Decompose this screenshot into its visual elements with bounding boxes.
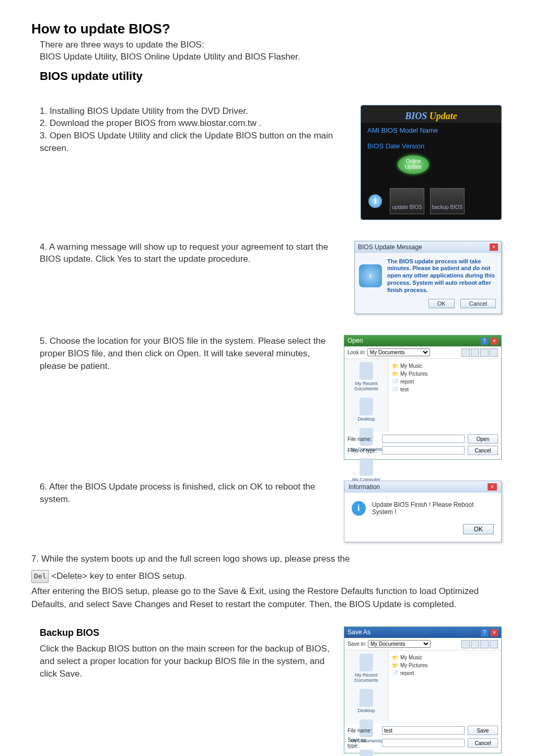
filetype-input[interactable] xyxy=(382,739,465,747)
warning-message: The BIOS update process will take minute… xyxy=(387,258,497,294)
back-icon[interactable] xyxy=(461,348,470,357)
help-icon[interactable]: ? xyxy=(481,629,488,636)
cancel-button[interactable]: Cancel xyxy=(468,446,498,455)
filename-label: File name: xyxy=(347,728,379,734)
file-list: My Music My Pictures report xyxy=(389,650,501,724)
backup-heading: Backup BIOS xyxy=(40,626,333,639)
update-bios-button[interactable]: update BIOS xyxy=(390,188,424,214)
save-button[interactable]: Save xyxy=(468,726,498,735)
filetype-label: Files of type: xyxy=(347,448,379,453)
filetype-input[interactable] xyxy=(382,446,465,455)
step-7-line1: 7. While the system boots up and the ful… xyxy=(31,553,502,566)
view-icon[interactable] xyxy=(490,348,498,357)
lookin-select[interactable]: My Documents xyxy=(367,348,430,356)
open-button[interactable]: Open xyxy=(468,434,498,444)
place-recent[interactable]: My Recent Documents xyxy=(344,650,388,686)
save-title: Save As xyxy=(347,629,370,636)
file-list: My Music My Pictures report test xyxy=(389,359,501,432)
open-title: Open xyxy=(347,337,363,345)
list-item[interactable]: My Music xyxy=(392,362,498,370)
info-icon: i xyxy=(352,501,366,516)
filetype-label: Save as type: xyxy=(347,737,379,749)
open-dialog-screenshot: Open ? × Look in: My Documents My Recent… xyxy=(344,335,502,460)
intro-line-1: There are three ways to update the BIOS: xyxy=(40,39,502,51)
help-icon[interactable]: ? xyxy=(481,338,488,345)
newfolder-icon[interactable] xyxy=(480,640,489,648)
ok-button[interactable]: OK xyxy=(428,299,455,308)
bios-date: BIOS Date Version xyxy=(367,142,424,150)
info-icon[interactable]: i xyxy=(368,194,382,208)
bios-utility-screenshot: BIOS Update AMI BIOS Model Name BIOS Dat… xyxy=(361,105,502,220)
page-title: How to update BIOS? xyxy=(31,21,502,37)
title-bios: BIOS xyxy=(405,111,427,121)
bios-model: AMI BIOS Model Name xyxy=(367,126,438,134)
filename-input[interactable] xyxy=(382,726,465,735)
step-7-line3: After entering the BIOS setup, please go… xyxy=(31,585,502,611)
step-2: 2. Download the proper BIOS from www.bio… xyxy=(40,117,350,130)
section-heading-utility: BIOS update utility xyxy=(40,68,502,84)
cancel-button[interactable]: Cancel xyxy=(460,299,496,308)
step-7-line2: <Delete> key to enter BIOS setup. xyxy=(51,571,187,581)
list-item[interactable]: My Music xyxy=(392,654,498,661)
up-icon[interactable] xyxy=(471,640,479,648)
title-update: Update xyxy=(430,111,457,121)
places-bar: My Recent Documents Desktop My Documents… xyxy=(344,650,389,724)
step-6: 6. After the BIOS Update process is fini… xyxy=(31,481,333,506)
step-1: 1. Installing BIOS Update Utility from t… xyxy=(40,105,350,118)
filename-input[interactable] xyxy=(382,435,465,443)
bios-app-title: BIOS Update xyxy=(361,111,501,122)
cancel-button[interactable]: Cancel xyxy=(468,738,498,748)
intro-line-2: BIOS Update Utility, BIOS Online Update … xyxy=(40,51,502,63)
backup-bios-button[interactable]: backup BIOS xyxy=(430,188,465,214)
intro-block: There are three ways to update the BIOS:… xyxy=(31,39,502,84)
warning-title: BIOS Update Message xyxy=(358,243,422,251)
step-5: 5. Choose the location for your BIOS fil… xyxy=(31,335,333,372)
backup-text: Click the Backup BIOS button on the main… xyxy=(40,643,333,680)
list-item[interactable]: report xyxy=(392,669,498,677)
up-icon[interactable] xyxy=(471,348,479,357)
step-4: 4. A warning message will show up to req… xyxy=(31,241,344,266)
close-icon[interactable]: × xyxy=(491,338,498,345)
steps-1-3: 1. Installing BIOS Update Utility from t… xyxy=(31,105,350,155)
info-dialog-screenshot: Information × i Update BIOS Finish ! Ple… xyxy=(344,481,502,542)
del-key-icon: Del xyxy=(31,570,49,583)
place-recent[interactable]: My Recent Documents xyxy=(344,359,388,394)
list-item[interactable]: My Pictures xyxy=(392,370,498,378)
close-icon[interactable]: × xyxy=(488,483,497,491)
ok-button[interactable]: OK xyxy=(463,524,494,534)
step-3: 3. Open BIOS Update Utility and click th… xyxy=(40,130,350,155)
save-dialog-screenshot: Save As ? × Save in: My Documents My Rec… xyxy=(344,626,502,753)
close-icon[interactable]: × xyxy=(490,243,498,251)
close-icon[interactable]: × xyxy=(491,629,498,636)
online-update-button[interactable]: Online Update xyxy=(398,155,429,174)
backup-section: Backup BIOS Click the Backup BIOS button… xyxy=(31,626,333,680)
list-item[interactable]: report xyxy=(392,378,498,386)
savein-label: Save in: xyxy=(347,641,366,647)
place-desktop[interactable]: Desktop xyxy=(344,394,388,425)
newfolder-icon[interactable] xyxy=(480,348,489,357)
list-item[interactable]: test xyxy=(392,386,498,393)
back-icon[interactable] xyxy=(461,640,470,648)
info-message: Update BIOS Finish ! Please Reboot Syste… xyxy=(372,501,494,516)
warning-dialog-screenshot: BIOS Update Message × i The BIOS update … xyxy=(354,241,502,315)
view-icon[interactable] xyxy=(490,640,498,648)
info-title: Information xyxy=(349,483,380,491)
filename-label: File name: xyxy=(347,436,379,442)
list-item[interactable]: My Pictures xyxy=(392,661,498,669)
info-icon: i xyxy=(359,264,382,287)
places-bar: My Recent Documents Desktop My Documents… xyxy=(344,359,389,432)
lookin-label: Look in: xyxy=(347,350,366,355)
savein-select[interactable]: My Documents xyxy=(368,640,431,648)
place-desktop[interactable]: Desktop xyxy=(344,686,388,716)
